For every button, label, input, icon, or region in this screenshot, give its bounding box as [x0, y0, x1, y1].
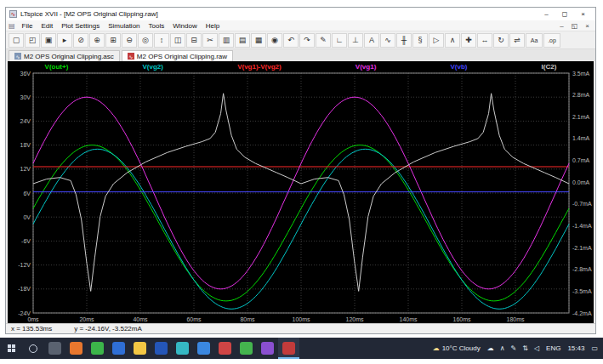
clock[interactable]: 15:43: [567, 344, 584, 352]
taskbar-app-2[interactable]: [65, 338, 87, 359]
new-schematic-button[interactable]: ▢: [9, 33, 24, 48]
waveform-plot[interactable]: 36V30V24V18V12V6V0V-6V-12V-18V-24V3.5mA2…: [8, 71, 594, 323]
title-bar[interactable]: ∿ LTspice XVII - [M2 OPS Original Clippi…: [6, 8, 595, 20]
drag-button[interactable]: ↔: [477, 33, 492, 48]
menu-item-simulation[interactable]: Simulation: [104, 22, 144, 30]
taskbar-app-ltspice[interactable]: [278, 338, 299, 359]
taskbar-app-3[interactable]: [87, 338, 108, 359]
tab-schematic[interactable]: ∿ M2 OPS Original Clipping.asc: [9, 50, 120, 61]
tab-label: M2 OPS Original Clipping.raw: [137, 53, 227, 60]
mdi-restore-button[interactable]: ◱: [572, 22, 578, 30]
x-axis-label: 20ms: [79, 316, 94, 322]
open-button[interactable]: ◰: [25, 33, 40, 48]
menu-item-window[interactable]: Window: [168, 22, 201, 30]
restore-button[interactable]: ◻: [562, 10, 568, 18]
y-axis-left-label: 36V: [20, 71, 31, 77]
trace-label[interactable]: V(vg1): [356, 63, 376, 71]
undo-button[interactable]: ↶: [283, 33, 299, 48]
network-icon[interactable]: ⇅: [522, 344, 528, 352]
cut-button[interactable]: ✂: [202, 33, 218, 48]
search-button[interactable]: [22, 338, 44, 359]
menu-item-file[interactable]: File: [18, 22, 37, 30]
taskbar-app-4[interactable]: [108, 338, 129, 359]
label-net-button[interactable]: A: [364, 33, 379, 48]
weather-text: 10°C Cloudy: [442, 344, 481, 352]
tile-vertical-button[interactable]: ◫: [170, 33, 185, 48]
trace-label[interactable]: I(C2): [542, 63, 557, 71]
text-button[interactable]: Aa: [526, 33, 543, 48]
notification-center-icon[interactable]: ▭: [591, 344, 598, 352]
x-axis-label: 180ms: [506, 316, 525, 322]
zoom-out-button[interactable]: ⊖: [122, 33, 137, 48]
mirror-button[interactable]: ⇌: [509, 33, 525, 48]
toolbar: ▢◰▣▸⊘⊕⊞⊖◎↕◫⊟✂▥▤▦◉↶↷✎∟⊥A∿╫§▷∧✚↔↻⇌Aa.op: [6, 31, 595, 49]
document-icon: ▤: [9, 22, 15, 30]
taskbar-app-11-icon: [261, 342, 274, 355]
taskbar-app-7[interactable]: [172, 338, 193, 359]
diode-button[interactable]: ▷: [429, 33, 444, 48]
trace-label[interactable]: V(out+): [45, 63, 69, 71]
waveform-plot-pane[interactable]: V(out+)V(vg2)V(vg1)-V(vg2)V(vg1)V(vb)I(C…: [8, 61, 594, 323]
taskbar-app-1[interactable]: [44, 338, 65, 359]
onedrive-icon[interactable]: ☁: [487, 344, 494, 352]
zoom-in-button[interactable]: ⊕: [89, 33, 105, 48]
weather-widget[interactable]: ☁ 10°C Cloudy: [433, 344, 481, 352]
print-button[interactable]: ▦: [251, 33, 266, 48]
component-button[interactable]: ∧: [445, 33, 460, 48]
ltspice-app-icon: ∿: [9, 10, 17, 18]
ground-button[interactable]: ⊥: [348, 33, 363, 48]
menu-item-tools[interactable]: Tools: [145, 22, 169, 30]
menu-item-plot-settings[interactable]: Plot Settings: [57, 22, 104, 30]
hidden-icons-chevron[interactable]: ∧: [500, 344, 505, 352]
autorange-button[interactable]: ↕: [154, 33, 169, 48]
inductor-button[interactable]: §: [412, 33, 428, 48]
save-button[interactable]: ▣: [41, 33, 56, 48]
run-button[interactable]: ▸: [57, 33, 72, 48]
move-button[interactable]: ✚: [461, 33, 476, 48]
spice-directive-button[interactable]: .op: [543, 33, 560, 48]
y-axis-right-label: -3.5mA: [572, 288, 592, 294]
trace-label[interactable]: V(vg1)-V(vg2): [237, 63, 282, 71]
close-button[interactable]: ×: [581, 10, 585, 18]
trace-label[interactable]: V(vb): [450, 63, 467, 71]
paste-button[interactable]: ▤: [235, 33, 250, 48]
resistor-button[interactable]: ∿: [380, 33, 395, 48]
y-axis-left-label: 18V: [20, 142, 31, 148]
halt-button[interactable]: ⊘: [73, 33, 88, 48]
taskbar-app-8[interactable]: [193, 338, 214, 359]
tab-waveform[interactable]: ∿ M2 OPS Original Clipping.raw: [122, 50, 233, 61]
status-bar: x = 135.53ms y = -24.16V, -3.522mA: [6, 323, 595, 333]
taskbar-app-10[interactable]: [236, 338, 257, 359]
wire-button[interactable]: ∟: [332, 33, 347, 48]
minimize-button[interactable]: –: [544, 10, 548, 18]
trace-label[interactable]: V(vg2): [143, 63, 163, 71]
taskbar-app-9[interactable]: [214, 338, 236, 359]
mdi-minimize-button[interactable]: –: [560, 22, 563, 30]
menu-item-help[interactable]: Help: [202, 22, 224, 30]
start-button[interactable]: [0, 338, 22, 359]
tile-horizontal-button[interactable]: ⊟: [186, 33, 202, 48]
trace-label-row: V(out+)V(vg2)V(vg1)-V(vg2)V(vg1)V(vb)I(C…: [8, 61, 594, 71]
taskbar-app-8-icon: [197, 342, 210, 355]
window-title: LTspice XVII - [M2 OPS Original Clipping…: [20, 10, 158, 18]
y-axis-right-label: 2.8mA: [572, 92, 590, 98]
capacitor-button[interactable]: ╫: [396, 33, 412, 48]
pen-icon[interactable]: ✎: [511, 344, 517, 352]
schematic-file-icon: ∿: [14, 53, 21, 60]
edit-button[interactable]: ✎: [316, 33, 331, 48]
taskbar-app-11[interactable]: [257, 338, 278, 359]
redo-button[interactable]: ↷: [299, 33, 315, 48]
ltspice-window: ∿ LTspice XVII - [M2 OPS Original Clippi…: [5, 7, 596, 334]
taskbar-app-6[interactable]: [151, 338, 172, 359]
volume-icon[interactable]: ◁: [534, 344, 539, 352]
menu-item-edit[interactable]: Edit: [37, 22, 57, 30]
zoom-full-button[interactable]: ◎: [138, 33, 153, 48]
copy-button[interactable]: ▥: [219, 33, 234, 48]
taskbar-app-explorer[interactable]: [129, 338, 151, 359]
mdi-close-button[interactable]: ×: [585, 22, 589, 30]
find-button[interactable]: ◉: [267, 33, 282, 48]
y-axis-left-label: 30V: [20, 94, 31, 100]
zoom-area-button[interactable]: ⊞: [105, 33, 121, 48]
language-indicator[interactable]: ENG: [546, 344, 560, 352]
rotate-button[interactable]: ↻: [493, 33, 509, 48]
